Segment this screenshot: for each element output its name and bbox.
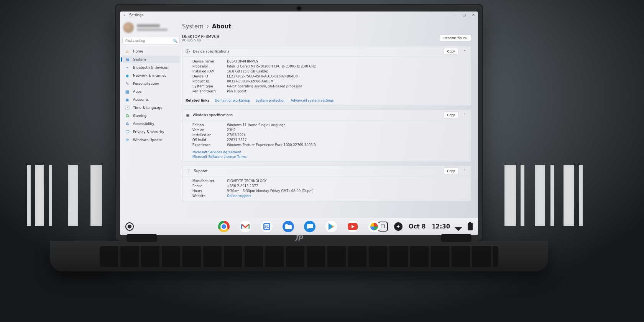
spec-key: Version (192, 128, 227, 133)
device-header: DESKTOP-PF8MVC9 AORUS 5 XB Rename this P… (182, 34, 471, 42)
breadcrumb-parent[interactable]: System (182, 23, 204, 30)
sidebar-item-accessibility[interactable]: ✲Accessibility (122, 120, 180, 128)
page-title: About (212, 23, 232, 30)
spec-row: Pen and touchPen support (192, 89, 471, 94)
decoration (27, 165, 31, 226)
spec-key: Installed RAM (192, 69, 227, 74)
help-icon: ❔ (186, 169, 191, 174)
clock-icon: 🕑 (125, 105, 130, 110)
screen-bezel: ƒp ← Settings — ▢ ✕ (115, 4, 483, 242)
search-field[interactable] (125, 38, 173, 43)
spec-value: EE2373C2-75CD-45F0-AD1C-816024B84E6F (227, 74, 299, 79)
windows-icon: ▣ (186, 113, 189, 118)
rename-pc-button[interactable]: Rename this PC (440, 34, 471, 41)
bluetooth-icon: ⌁ (125, 65, 130, 70)
spec-value: GIGABYTE TECHNOLOGY (227, 179, 267, 184)
spec-value: 16.0 GB (15.8 GB usable) (227, 69, 268, 74)
sidebar-item-system[interactable]: 🖥System (122, 56, 180, 63)
files-icon[interactable] (283, 221, 294, 232)
sidebar-item-gaming[interactable]: ✪Gaming (122, 112, 180, 120)
spec-value: 9:30am - 5:30pm Monday-Friday GMT+08:00 … (227, 189, 314, 194)
status-tray[interactable]: ❐ ✦ Oct 8 12:30 ◢ (378, 222, 473, 232)
spec-value: 27/03/2024 (227, 133, 246, 138)
link-system-protection[interactable]: System protection (256, 99, 286, 102)
spec-row: Product ID00327-30834-32086-AAOEM (192, 79, 471, 84)
sidebar-item-apps[interactable]: ▦Apps (122, 88, 180, 95)
copy-button[interactable]: Copy (444, 112, 459, 118)
decoration (550, 165, 554, 226)
spec-key: Experience (192, 143, 227, 148)
launcher-button[interactable] (125, 222, 134, 231)
card-title: Windows specifications (192, 113, 232, 117)
decoration (521, 165, 524, 226)
display: ← Settings — ▢ ✕ (120, 12, 478, 235)
account-header[interactable] (123, 22, 179, 33)
wifi-icon: ◆ (125, 73, 130, 78)
link-advanced-settings[interactable]: Advanced system settings (291, 99, 334, 102)
spec-value: 23H2 (227, 128, 236, 133)
sidebar-item-label: Windows Update (133, 138, 162, 142)
gmail-icon[interactable] (240, 221, 251, 232)
spec-row: ExperienceWindows Feature Experience Pac… (192, 143, 471, 148)
decoration (49, 165, 52, 226)
laptop-base (50, 241, 548, 271)
spec-key: Website (192, 194, 227, 199)
spec-row: Installed on27/03/2024 (192, 133, 471, 138)
brush-icon: ✎ (125, 81, 130, 86)
calendar-icon[interactable]: 31 (261, 221, 273, 232)
link-domain[interactable]: Domain or workgroup (215, 99, 250, 102)
sidebar-item-update[interactable]: ⟳Windows Update (122, 136, 180, 144)
decoration (90, 165, 102, 226)
photos-icon[interactable] (368, 221, 380, 232)
sidebar-item-personalization[interactable]: ✎Personalization (122, 80, 180, 87)
spec-key: OS build (192, 138, 227, 143)
info-icon: ⓘ (186, 49, 190, 54)
breadcrumb: System › About (182, 23, 471, 30)
sidebar-item-network[interactable]: ◆Network & internet (122, 72, 180, 79)
spec-row: Device nameDESKTOP-PF8MVC9 (192, 59, 471, 64)
shield-icon: 🛡 (125, 130, 130, 135)
spec-rows: EditionWindows 11 Home Single LanguageVe… (182, 120, 471, 150)
minimize-button[interactable]: — (453, 13, 457, 17)
spec-row: Phone+886-2-8913-1377 (192, 184, 471, 189)
accessibility-icon: ✲ (125, 122, 130, 127)
link-online-support[interactable]: Online support (227, 194, 251, 199)
link-license[interactable]: Microsoft Software License Terms (192, 155, 246, 159)
messages-icon[interactable] (304, 221, 315, 232)
spec-rows: ManufacturerGIGABYTE TECHNOLOGYPhone+886… (182, 176, 471, 201)
chrome-icon[interactable] (218, 221, 230, 232)
laptop-frame: ƒp ← Settings — ▢ ✕ (115, 4, 483, 242)
youtube-icon[interactable] (347, 221, 358, 232)
sidebar-item-time[interactable]: 🕑Time & language (122, 104, 180, 112)
link-msa[interactable]: Microsoft Services Agreement (192, 150, 241, 154)
card-support: ❔ Support Copy ⌃ ManufacturerGIGABYTE TE… (182, 166, 471, 201)
search-input[interactable]: 🔍 (122, 37, 180, 44)
titlebar: ← Settings — ▢ ✕ (120, 12, 478, 18)
battery-icon (468, 223, 473, 230)
quick-settings-icon[interactable]: ✦ (394, 222, 402, 231)
play-store-icon[interactable] (325, 221, 337, 232)
spec-value: Pen support (227, 89, 246, 94)
spec-key: Product ID (192, 79, 227, 84)
sidebar-item-home[interactable]: ⌂Home (122, 48, 180, 55)
device-model: AORUS 5 XB (182, 39, 219, 42)
chevron-up-icon[interactable]: ⌃ (462, 113, 468, 117)
sidebar-item-label: System (133, 58, 146, 61)
related-links: Related links Domain or workgroup System… (182, 96, 471, 105)
close-button[interactable]: ✕ (471, 13, 476, 17)
copy-button[interactable]: Copy (444, 48, 459, 55)
maximize-button[interactable]: ▢ (462, 13, 467, 17)
sidebar-item-bluetooth[interactable]: ⌁Bluetooth & devices (122, 64, 180, 71)
spec-value: +886-2-8913-1377 (227, 184, 258, 189)
back-button[interactable]: ← (122, 13, 128, 17)
sidebar-item-accounts[interactable]: ◉Accounts (122, 96, 180, 104)
shelf-time: 12:30 (432, 223, 450, 230)
sidebar-item-privacy[interactable]: 🛡Privacy & security (122, 128, 180, 136)
copy-button[interactable]: Copy (444, 168, 459, 174)
chevron-up-icon[interactable]: ⌃ (462, 169, 468, 173)
shelf: 31 (120, 218, 478, 235)
decoration (535, 165, 545, 226)
camera-icon (297, 7, 301, 10)
wifi-status-icon: ◢ (454, 222, 464, 232)
chevron-up-icon[interactable]: ⌃ (462, 49, 468, 53)
